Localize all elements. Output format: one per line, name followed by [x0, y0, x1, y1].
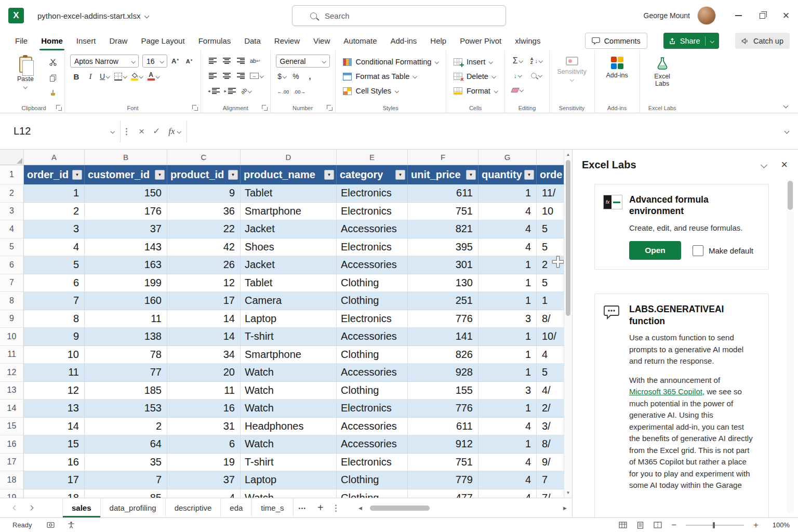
pane-scrollbar-thumb[interactable]: [788, 181, 793, 210]
fill-button[interactable]: ↓: [510, 69, 525, 82]
cell-G14[interactable]: 1: [478, 400, 537, 418]
cell-B8[interactable]: 160: [85, 292, 167, 310]
ribbon-tab-power-pivot[interactable]: Power Pivot: [453, 31, 508, 50]
cell-C12[interactable]: 20: [167, 364, 241, 382]
filter-button[interactable]: ▼: [324, 170, 334, 180]
format-painter-button[interactable]: [47, 87, 59, 100]
cell-D19[interactable]: Watch: [241, 489, 337, 498]
filter-button[interactable]: ▼: [524, 170, 534, 180]
alignment-dialog-launcher[interactable]: [262, 105, 268, 111]
cell-D9[interactable]: Laptop: [241, 310, 337, 328]
row-header-17[interactable]: 17: [0, 454, 24, 472]
column-header-A[interactable]: A: [24, 150, 85, 165]
cell-B15[interactable]: 2: [85, 418, 167, 436]
cell-F9[interactable]: 776: [408, 310, 478, 328]
autosum-button[interactable]: Σ: [510, 55, 525, 67]
cell-G9[interactable]: 3: [478, 310, 537, 328]
cell-A18[interactable]: 17: [24, 471, 85, 489]
fill-color-button[interactable]: [129, 70, 144, 83]
delete-cells-button[interactable]: Delete: [451, 69, 499, 84]
wrap-text-button[interactable]: ab↩: [248, 55, 262, 67]
cell-A7[interactable]: 6: [24, 274, 85, 292]
row-header-5[interactable]: 5: [0, 238, 24, 257]
table-header-product_name[interactable]: product_name▼: [241, 165, 337, 184]
zoom-percentage[interactable]: 100%: [768, 521, 790, 529]
cell-A10[interactable]: 9: [24, 328, 85, 346]
cell-G12[interactable]: 1: [478, 364, 537, 382]
cell-E10[interactable]: Accessories: [337, 328, 408, 346]
cut-button[interactable]: [47, 56, 59, 69]
cell-H2[interactable]: 11/: [537, 184, 564, 203]
cell-F12[interactable]: 928: [408, 364, 478, 382]
cell-D4[interactable]: Jacket: [241, 220, 337, 238]
cell-D3[interactable]: Smartphone: [241, 203, 337, 221]
number-dialog-launcher[interactable]: [327, 105, 332, 111]
cell-C7[interactable]: 12: [167, 274, 241, 292]
cell-G7[interactable]: 1: [478, 274, 537, 292]
ribbon-tab-insert[interactable]: Insert: [70, 31, 103, 50]
cell-H11[interactable]: 4: [537, 346, 564, 364]
cell-B3[interactable]: 176: [85, 203, 167, 221]
cell-A8[interactable]: 7: [24, 292, 85, 310]
ribbon-tab-formulas[interactable]: Formulas: [192, 31, 238, 50]
cell-C8[interactable]: 17: [167, 292, 241, 310]
sheet-nav-right[interactable]: [23, 498, 38, 517]
cell-G17[interactable]: 4: [478, 454, 537, 472]
cell-C11[interactable]: 34: [167, 346, 241, 364]
cell-D2[interactable]: Tablet: [241, 184, 337, 203]
cell-B19[interactable]: 85: [85, 489, 167, 498]
cell-E6[interactable]: Accessories: [337, 256, 408, 274]
accessibility-icon[interactable]: [68, 521, 75, 529]
ribbon-tab-help[interactable]: Help: [423, 31, 453, 50]
cell-F6[interactable]: 301: [408, 256, 478, 274]
cell-A12[interactable]: 11: [24, 364, 85, 382]
scroll-right-icon[interactable]: ▶: [563, 506, 567, 511]
table-header-unit_price[interactable]: unit_price▼: [408, 165, 478, 184]
cell-D6[interactable]: Jacket: [241, 256, 337, 274]
cell-C15[interactable]: 31: [167, 418, 241, 436]
align-right-button[interactable]: [234, 70, 247, 82]
cell-B4[interactable]: 37: [85, 220, 167, 238]
cell-G3[interactable]: 4: [478, 203, 537, 221]
cell-E13[interactable]: Clothing: [337, 382, 408, 400]
cell-H5[interactable]: 5: [537, 238, 564, 257]
name-box[interactable]: L12: [7, 121, 121, 142]
horizontal-scrollbar[interactable]: ◀ ▶: [358, 498, 567, 517]
align-top-button[interactable]: [206, 55, 219, 67]
cell-C19[interactable]: 4: [167, 489, 241, 498]
horizontal-scrollbar-track[interactable]: [366, 505, 560, 511]
cell-F19[interactable]: 477: [408, 489, 478, 498]
cell-G16[interactable]: 1: [478, 435, 537, 454]
align-middle-button[interactable]: [220, 55, 233, 67]
format-cells-button[interactable]: Format: [451, 84, 499, 98]
cell-F3[interactable]: 751: [408, 203, 478, 221]
cell-E17[interactable]: Electronics: [337, 454, 408, 472]
filter-button[interactable]: ▼: [228, 170, 238, 180]
cell-H17[interactable]: 9/: [537, 454, 564, 472]
cell-E8[interactable]: Clothing: [337, 292, 408, 310]
normal-view-icon[interactable]: [619, 522, 627, 528]
cell-F5[interactable]: 395: [408, 238, 478, 257]
confirm-entry-icon[interactable]: ✓: [153, 126, 160, 137]
cell-F15[interactable]: 611: [408, 418, 478, 436]
zoom-slider[interactable]: [686, 522, 744, 529]
cell-C18[interactable]: 37: [167, 471, 241, 489]
comments-button[interactable]: Comments: [585, 33, 647, 49]
table-header-order_id[interactable]: order_id▼: [24, 165, 85, 184]
cell-B16[interactable]: 64: [85, 435, 167, 454]
paste-button[interactable]: Paste: [8, 55, 43, 100]
cell-D13[interactable]: Watch: [241, 382, 337, 400]
cell-C5[interactable]: 42: [167, 238, 241, 257]
cell-D8[interactable]: Camera: [241, 292, 337, 310]
page-layout-view-icon[interactable]: [636, 522, 644, 529]
document-title[interactable]: python-excel-addins-start.xlsx: [37, 11, 149, 20]
orientation-button[interactable]: ab: [239, 85, 253, 97]
cell-C9[interactable]: 14: [167, 310, 241, 328]
copilot-link[interactable]: Microsoft 365 Copilot: [629, 387, 702, 396]
cell-D15[interactable]: Headphones: [241, 418, 337, 436]
cell-A14[interactable]: 13: [24, 400, 85, 418]
user-avatar[interactable]: [697, 6, 716, 25]
cell-G5[interactable]: 4: [478, 238, 537, 257]
cell-F10[interactable]: 141: [408, 328, 478, 346]
excel-labs-button[interactable]: Excel Labs: [645, 55, 680, 88]
